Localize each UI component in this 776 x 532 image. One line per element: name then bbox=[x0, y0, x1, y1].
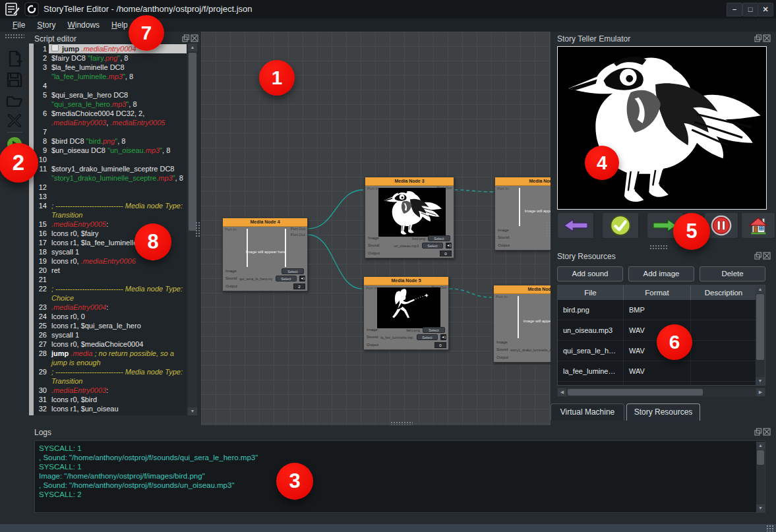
scroll-up-icon[interactable]: ▲ bbox=[188, 44, 197, 51]
code-line-3[interactable]: 3$la_fee_luminelle DC8 "la_fee_luminelle… bbox=[34, 63, 187, 81]
table-row[interactable]: la_fee_lumine…WAV bbox=[558, 361, 765, 382]
select-image-button[interactable]: Select bbox=[423, 327, 445, 333]
table-vertical-scrollbar[interactable]: ▲ ▼ bbox=[756, 285, 765, 385]
port-in[interactable]: Port In bbox=[496, 295, 508, 299]
title-bar[interactable]: StoryTeller Editor - /home/anthony/ostpr… bbox=[0, 0, 776, 18]
node-title-bar[interactable]: Media Node 3 bbox=[365, 177, 454, 186]
float-panel-icon[interactable] bbox=[754, 428, 762, 436]
close-panel-icon[interactable] bbox=[191, 34, 198, 42]
code-line-32[interactable]: 32lcons r1, $un_oiseau bbox=[34, 404, 187, 413]
select-image-button[interactable]: Select bbox=[282, 268, 304, 274]
port-out[interactable]: Port Out bbox=[291, 227, 305, 231]
port-in[interactable]: Port In bbox=[367, 187, 379, 191]
port-in[interactable]: Port In bbox=[497, 187, 509, 191]
open-folder-icon[interactable] bbox=[6, 92, 23, 109]
select-sound-button[interactable]: Select bbox=[422, 243, 443, 249]
resize-grip-icon[interactable] bbox=[766, 525, 774, 531]
delete-icon[interactable] bbox=[6, 112, 23, 129]
scroll-up-icon[interactable]: ▲ bbox=[756, 442, 765, 450]
logs-output[interactable]: SYSCALL: 1, Sound: "/home/anthony/ostpro… bbox=[34, 440, 765, 513]
code-line-2[interactable]: 2$fairy DC8 "fairy.png", 8 bbox=[34, 53, 187, 63]
logs-scrollbar[interactable]: ▲ ▼ bbox=[756, 442, 765, 512]
code-line-21[interactable]: 21 bbox=[34, 275, 187, 284]
add-image-button[interactable]: Add image bbox=[628, 266, 694, 281]
editor-scrollbar-thumb[interactable] bbox=[189, 53, 196, 231]
validate-button[interactable] bbox=[602, 212, 639, 239]
media-node[interactable]: Media Node 5Port InPort OutImagefairy.pn… bbox=[363, 276, 449, 350]
node-title-bar[interactable]: Media Node 4 bbox=[223, 218, 307, 227]
code-line-25[interactable]: 25lcons r1, $qui_sera_le_hero bbox=[34, 321, 187, 330]
code-line-9[interactable]: 9$un_oiseau DC8 "un_oiseau.mp3", 8 bbox=[34, 146, 187, 155]
table-horizontal-scrollbar[interactable]: ◀ ▶ bbox=[557, 388, 765, 397]
select-image-button[interactable]: Select bbox=[428, 235, 450, 241]
code-line-19[interactable]: 19lcons r0, .mediaEntry0006 bbox=[34, 256, 187, 266]
scroll-down-icon[interactable]: ▼ bbox=[756, 377, 765, 385]
code-line-27[interactable]: 27lcons r0, $mediaChoice0004 bbox=[34, 340, 187, 349]
table-row[interactable]: fairy.pngBMP bbox=[558, 382, 765, 386]
code-line-22[interactable]: 22; ---------------------------- Media n… bbox=[34, 284, 187, 303]
media-node[interactable]: Media Node 3Port InPort OutImagebird.png… bbox=[365, 177, 454, 258]
float-panel-icon[interactable] bbox=[754, 34, 762, 42]
code-line-10[interactable]: 10 bbox=[34, 155, 187, 164]
delete-resource-button[interactable]: Delete bbox=[700, 266, 765, 281]
close-panel-icon[interactable] bbox=[763, 428, 771, 436]
scroll-up-icon[interactable]: ▲ bbox=[756, 285, 765, 293]
code-line-30[interactable]: 30.mediaEntry0003: bbox=[34, 386, 187, 395]
scroll-left-icon[interactable]: ◀ bbox=[558, 388, 566, 396]
scroll-down-icon[interactable]: ▼ bbox=[188, 407, 197, 415]
close-button[interactable]: ✕ bbox=[758, 3, 773, 16]
port-in[interactable]: Port In bbox=[366, 286, 378, 290]
menu-story[interactable]: Story bbox=[31, 19, 61, 31]
code-line-31[interactable]: 31lcons r0, $bird bbox=[34, 395, 187, 404]
code-line-11[interactable]: 11$story1_drako_luminelle_sceptre DC8 "s… bbox=[34, 164, 187, 183]
code-line-6[interactable]: 6$mediaChoice0004 DC32, 2, .mediaEntry00… bbox=[34, 109, 187, 127]
node-graph-canvas[interactable]: Media Node 4Port InPort OutPort OutImage… bbox=[201, 32, 551, 425]
code-line-4[interactable]: 4 bbox=[34, 81, 187, 90]
close-panel-icon[interactable] bbox=[763, 252, 771, 260]
select-sound-button[interactable]: Select bbox=[417, 334, 438, 340]
canvas-right-splitter[interactable] bbox=[546, 222, 551, 237]
code-line-20[interactable]: 20ret bbox=[34, 266, 187, 275]
editor-canvas-splitter[interactable] bbox=[195, 222, 200, 237]
column-file[interactable]: File bbox=[558, 285, 624, 300]
float-panel-icon[interactable] bbox=[754, 252, 762, 260]
minimize-button[interactable]: – bbox=[727, 3, 742, 16]
scroll-down-icon[interactable]: ▼ bbox=[756, 504, 765, 512]
logs-scrollbar-thumb[interactable] bbox=[757, 450, 764, 465]
home-button[interactable] bbox=[741, 212, 775, 239]
speaker-icon[interactable]: ◄) bbox=[440, 334, 446, 340]
column-format[interactable]: Format bbox=[624, 285, 691, 300]
code-line-12[interactable]: 12 bbox=[34, 183, 187, 192]
code-line-29[interactable]: 29; ---------------------------- Media n… bbox=[34, 367, 187, 386]
table-scrollbar-thumb[interactable] bbox=[756, 294, 764, 360]
code-line-1[interactable]: 1jump .mediaEntry0004 bbox=[34, 44, 187, 53]
code-line-14[interactable]: 14; ---------------------------- Media n… bbox=[34, 201, 187, 220]
tab-story-resources[interactable]: Story Resources bbox=[626, 403, 700, 421]
table-row[interactable]: bird.pngBMP bbox=[558, 300, 765, 320]
code-line-23[interactable]: 23.mediaEntry0004: bbox=[34, 303, 187, 312]
code-line-28[interactable]: 28jump .media ; no return possible, so a… bbox=[34, 349, 187, 367]
tab-virtual-machine[interactable]: Virtual Machine bbox=[551, 403, 624, 421]
table-hscrollbar-thumb[interactable] bbox=[568, 389, 703, 396]
speaker-icon[interactable]: ◄) bbox=[446, 243, 452, 249]
save-icon[interactable] bbox=[6, 71, 23, 88]
column-description[interactable]: Description bbox=[691, 285, 757, 300]
code-line-24[interactable]: 24lcons r0, 0 bbox=[34, 312, 187, 321]
emulator-resize-handle[interactable] bbox=[649, 245, 668, 249]
code-line-5[interactable]: 5$qui_sera_le_hero DC8 "qui_sera_le_hero… bbox=[34, 90, 187, 109]
float-panel-icon[interactable] bbox=[182, 34, 190, 42]
output-spinner[interactable]: 0 bbox=[440, 251, 452, 256]
add-sound-button[interactable]: Add sound bbox=[557, 266, 623, 281]
media-node[interactable]: Media Node 2Port InPort OutImage will ap… bbox=[494, 177, 551, 251]
media-node[interactable]: Media Node 6Port InPort OutImage will ap… bbox=[493, 285, 551, 363]
scroll-right-icon[interactable]: ▶ bbox=[756, 388, 765, 396]
select-sound-button[interactable]: Select bbox=[276, 276, 297, 281]
code-line-26[interactable]: 26syscall 1 bbox=[34, 330, 187, 340]
menu-file[interactable]: File bbox=[7, 19, 31, 31]
code-line-7[interactable]: 7 bbox=[34, 127, 187, 136]
output-spinner[interactable]: 0 bbox=[434, 342, 446, 348]
toolbar-drag-handle[interactable] bbox=[5, 34, 24, 40]
close-panel-icon[interactable] bbox=[763, 34, 771, 42]
code-line-13[interactable]: 13 bbox=[34, 192, 187, 201]
speaker-icon[interactable]: ◄) bbox=[299, 276, 305, 281]
